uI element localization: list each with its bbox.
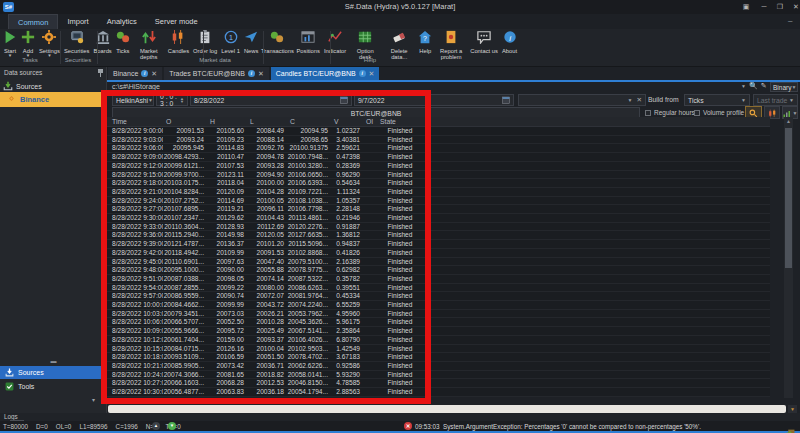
table-row[interactable]: 8/28/2022 9:12:00...20099.6121...20107.5… [107,162,770,171]
status-error[interactable]: ✕ 09:53:03 System.ArgumentException: Per… [404,422,701,430]
table-row[interactable]: 8/28/2022 9:45:00...20110.6901...20097.6… [107,258,770,267]
ribbon-button-start[interactable]: Start▼ [1,29,19,57]
column-header-v[interactable]: V [331,117,363,126]
ribbon-button-ticks[interactable]: Ticks [114,29,132,54]
nav-item-sources[interactable]: Sources [0,366,107,379]
table-row[interactable]: 8/28/2022 9:42:00...20118.4942...20109.9… [107,249,770,258]
column-header-oi[interactable]: OI [363,117,377,126]
ribbon-button-indicator[interactable]: Indicator [322,29,348,54]
sync-status-icon[interactable]: ▼ [168,422,176,430]
close-icon[interactable]: ✕ [151,70,157,78]
ribbon-button-boards[interactable]: Boards [91,29,113,54]
column-header-l[interactable]: L [247,117,287,126]
ribbon-button-candles[interactable]: Candles [166,29,191,54]
table-row[interactable]: 8/28/2022 9:51:00...20087.0388...20098.0… [107,275,770,284]
ribbon-button-help[interactable]: ?Help [416,29,434,54]
timeframe-stepper[interactable]: 0 : 0 : 3 : 0 ▲▼ [156,94,188,106]
ribbon-button-positions[interactable]: Positions [294,29,322,54]
table-row[interactable]: 8/28/2022 10:27:00...20066.1603...20068.… [107,379,770,388]
scroll-up-icon[interactable]: ▲ [784,117,793,126]
column-header-c[interactable]: C [287,117,331,126]
candles-table[interactable]: 8/28/2022 9:00:00...20091.5320105.602008… [107,127,770,397]
close-button[interactable]: ✕ [788,0,800,13]
ribbon-button-news[interactable]: News [242,29,261,54]
ribbon-tab-server-mode[interactable]: Server mode [146,14,207,29]
pin-icon[interactable] [97,69,104,79]
minimize-button[interactable]: ─ [756,0,772,13]
logs-title[interactable]: Logs [4,413,18,420]
info-icon[interactable]: i [141,70,148,77]
column-header-o[interactable]: O [163,117,207,126]
table-row[interactable]: 8/28/2022 10:03:00...20079.3451...20073.… [107,310,770,319]
calendar-icon[interactable] [340,96,348,105]
column-header-h[interactable]: H [207,117,247,126]
table-row[interactable]: 8/28/2022 10:21:00...20085.9905...20073.… [107,362,770,371]
doc-tab-binance[interactable]: Binancei✕ [108,67,162,80]
regular-hours-checkbox[interactable]: Regular hours [645,109,695,116]
nav-item-tools[interactable]: Tools [0,380,107,393]
table-row[interactable]: 8/28/2022 10:24:00...20074.3066...20081.… [107,371,770,380]
build-from-combo[interactable]: Ticks ▼ [684,94,750,106]
sidebar-item-binance[interactable]: Binance [0,92,107,107]
path-dropdown-icon[interactable]: ▼ [741,83,746,89]
calendar-icon[interactable] [502,96,510,105]
scrollbar-corner[interactable]: ▼ [788,405,797,413]
table-row[interactable]: 8/28/2022 9:09:00...20098.4293...20110.4… [107,153,770,162]
ribbon-button-option-desk[interactable]: Option desk [348,29,382,61]
table-row[interactable]: 8/28/2022 9:21:00...20104.8284...20120.0… [107,188,770,197]
ribbon-button-securities[interactable]: Securities [62,29,91,54]
sidebar-splitter[interactable]: ▬ [0,358,107,365]
table-row[interactable]: 8/28/2022 10:12:00...20061.7404...20159.… [107,336,770,345]
ribbon-button-settings[interactable]: Settings▼ [37,29,62,57]
ribbon-tab-common[interactable]: Common [8,14,58,29]
table-row[interactable]: 8/28/2022 10:00:00...20084.4662...20099.… [107,301,770,310]
ribbon-button-market-depths[interactable]: Market depths [132,29,166,61]
table-row[interactable]: 8/28/2022 10:06:00...20066.5707...20052.… [107,318,770,327]
table-row[interactable]: 8/28/2022 9:36:00...20115.2940...20149.9… [107,231,770,240]
close-icon[interactable]: ✕ [369,70,375,78]
ribbon-button-about[interactable]: iAbout [500,29,519,54]
table-row[interactable]: 8/28/2022 10:09:00...20055.9666...20095.… [107,327,770,336]
sidebar-nav-chevron-icon[interactable]: ▾ [92,396,95,403]
horizontal-scrollbar[interactable] [108,405,786,413]
doc-tab-candles-btc-eur-bnb[interactable]: Candles BTC/EUR@BNBi✕ [271,67,380,80]
window-options-icon[interactable]: ▣ [738,0,754,13]
candle-type-combo[interactable]: HeikinAshi ▼ [112,94,154,106]
close-icon[interactable]: ✕ [258,70,264,78]
table-row[interactable]: 8/28/2022 9:15:00...20099.9700...20123.1… [107,171,770,180]
ribbon-button-contact-us[interactable]: Contact us [468,29,500,54]
table-row[interactable]: 8/28/2022 9:54:00...20087.2855...20099.2… [107,284,770,293]
ribbon-button-delete-data[interactable]: Delete data... [382,29,416,61]
ribbon-collapse-icon[interactable]: – [788,16,792,25]
table-row[interactable]: 8/28/2022 10:30:00...20056.4877...20063.… [107,388,770,397]
table-row[interactable]: 8/28/2022 9:33:00...20110.3604...20128.9… [107,223,770,232]
upload-status-icon[interactable]: ▲ [152,422,160,430]
stepper-down-icon[interactable]: ▼ [180,100,184,103]
ribbon-button-level-1[interactable]: 1Level 1 [219,29,242,54]
table-row[interactable]: 8/28/2022 9:27:00...20107.6895...20119.2… [107,205,770,214]
date-from-field[interactable]: 8/28/2022 [190,94,352,106]
filter-combo[interactable]: ▼✕ [518,94,646,106]
table-row[interactable]: 8/28/2022 9:24:00...20107.2752...20114.6… [107,197,770,206]
table-row[interactable]: 8/28/2022 9:39:00...20121.4787...20136.3… [107,240,770,249]
ribbon-tab-analytics[interactable]: Analytics [98,14,146,29]
restore-button[interactable]: ❐ [772,0,788,13]
chevron-down-icon[interactable]: ▼ [628,97,633,103]
table-row[interactable]: 8/28/2022 9:48:00...20095.1000...20090.0… [107,266,770,275]
edit-icon[interactable]: ✎ [761,82,767,90]
vertical-scrollbar[interactable]: ▲ [784,117,793,398]
table-row[interactable]: 8/28/2022 9:00:00...20091.5320105.602008… [107,127,770,136]
doc-tab-trades-btc-eur-bnb[interactable]: Trades BTC/EUR@BNBi✕ [164,67,269,80]
sidebar-item-sources[interactable]: Sources [3,81,42,92]
clear-icon[interactable]: ✕ [637,96,642,104]
table-row[interactable]: 8/28/2022 9:06:00...20095.94520114.83200… [107,144,770,153]
ribbon-button-order-log[interactable]: Order log [191,29,219,54]
ribbon-button-add[interactable]: Add▼ [19,29,37,57]
table-header[interactable]: TimeOHLCVOIState [107,117,770,127]
ribbon-tab-import[interactable]: Import [58,14,97,29]
table-row[interactable]: 8/28/2022 10:15:00...20084.0715...20126.… [107,345,770,354]
info-icon[interactable]: i [248,70,255,77]
info-icon[interactable]: i [359,70,366,77]
volume-profile-checkbox[interactable]: Volume profile [694,109,744,116]
scrollbar-thumb[interactable] [785,128,792,268]
